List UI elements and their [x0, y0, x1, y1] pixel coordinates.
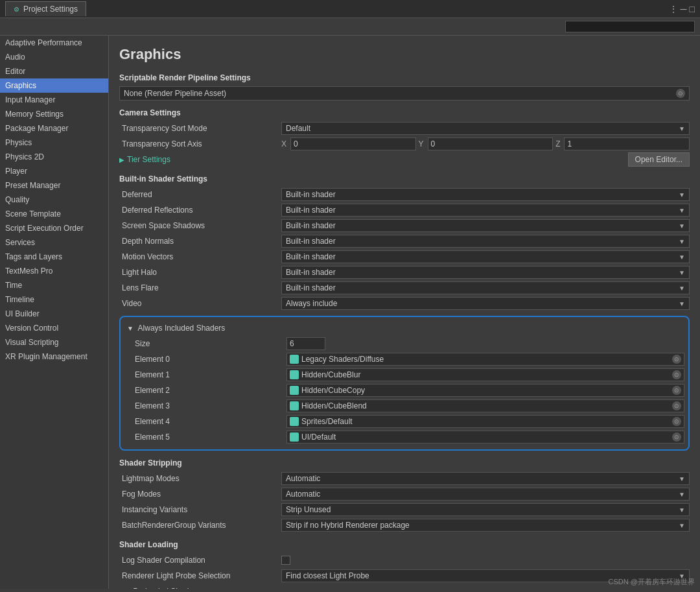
camera-settings-header: Camera Settings — [119, 108, 690, 117]
sidebar-item-visual-scripting[interactable]: Visual Scripting — [0, 335, 108, 349]
title-bar-tab[interactable]: ⚙ Project Settings — [5, 1, 86, 16]
builtin-shader-dropdown-0[interactable]: Built-in shader ▼ — [281, 188, 690, 201]
builtin-shader-dropdown-1[interactable]: Built-in shader ▼ — [281, 204, 690, 217]
shader-element-label-0: Element 0 — [124, 355, 286, 364]
shader-loading-section: Shader Loading Log Shader Compilation Re… — [119, 540, 690, 589]
builtin-shader-header: Built-in Shader Settings — [119, 174, 690, 184]
shader-select-btn-1[interactable]: ⊙ — [672, 370, 681, 379]
transparency-sort-mode-value: Default ▼ — [281, 122, 690, 135]
sidebar-item-input-manager[interactable]: Input Manager — [0, 93, 108, 107]
sidebar-item-editor[interactable]: Editor — [0, 64, 108, 78]
builtin-shader-label-2: Screen Space Shadows — [119, 221, 281, 230]
dropdown-arrow: ▼ — [679, 125, 685, 132]
x-label: X — [281, 139, 286, 148]
renderer-light-probe-label: Renderer Light Probe Selection — [119, 571, 281, 580]
shader-select-btn-0[interactable]: ⊙ — [672, 355, 681, 364]
render-pipeline-select-btn[interactable]: ⊙ — [676, 89, 685, 98]
sidebar-item-timeline[interactable]: Timeline — [0, 292, 108, 307]
more-options-icon[interactable]: ⋮ — [669, 4, 678, 14]
sidebar-item-textmesh-pro[interactable]: TextMesh Pro — [0, 264, 108, 278]
builtin-shader-label-7: Video — [119, 299, 281, 308]
instancing-variants-label: Instancing Variants — [119, 505, 281, 514]
dropdown-arrow-4: ▼ — [679, 254, 685, 261]
shader-element-row-4: Element 4 Sprites/Default ⊙ — [124, 414, 684, 429]
fog-modes-dropdown[interactable]: Automatic ▼ — [281, 488, 690, 501]
shader-element-label-5: Element 5 — [124, 432, 286, 442]
xyz-row: X Y Z — [281, 137, 690, 150]
sidebar-item-xr-plugin-management[interactable]: XR Plugin Management — [0, 349, 108, 364]
sidebar-item-time[interactable]: Time — [0, 278, 108, 292]
builtin-shader-dropdown-7[interactable]: Always include ▼ — [281, 297, 690, 310]
builtin-shader-dropdown-5[interactable]: Built-in shader ▼ — [281, 266, 690, 279]
collapse-triangle-icon: ▼ — [127, 325, 134, 332]
camera-settings-section: Camera Settings Transparency Sort Mode D… — [119, 108, 690, 167]
z-label: Z — [555, 139, 560, 148]
log-shader-compilation-checkbox[interactable] — [281, 556, 290, 565]
always-included-size-label: Size — [124, 339, 286, 348]
shader-element-value-0: Legacy Shaders/Diffuse ⊙ — [286, 353, 684, 366]
always-included-shaders-box: ▼ Always Included Shaders Size Element 0… — [119, 316, 690, 451]
sidebar-item-graphics[interactable]: Graphics — [0, 78, 108, 93]
builtin-shader-dropdown-3[interactable]: Built-in shader ▼ — [281, 235, 690, 248]
shader-select-btn-3[interactable]: ⊙ — [672, 401, 681, 410]
shader-select-btn-4[interactable]: ⊙ — [672, 417, 681, 426]
y-input[interactable] — [428, 137, 554, 150]
dropdown-arrow-6: ▼ — [679, 285, 685, 292]
dropdown-arrow-7: ▼ — [679, 300, 685, 307]
preloaded-shaders-triangle-icon: ▼ — [122, 588, 128, 589]
minimize-icon[interactable]: ─ — [681, 4, 687, 14]
sidebar-item-quality[interactable]: Quality — [0, 193, 108, 207]
sidebar-item-adaptive-performance[interactable]: Adaptive Performance — [0, 36, 108, 50]
dropdown-arrow-2: ▼ — [679, 222, 685, 230]
log-shader-compilation-row: Log Shader Compilation — [119, 553, 690, 567]
builtin-shader-dropdown-6[interactable]: Built-in shader ▼ — [281, 281, 690, 294]
tier-settings-link[interactable]: ▶ Tier Settings — [119, 155, 170, 164]
sidebar-item-memory-settings[interactable]: Memory Settings — [0, 107, 108, 121]
sidebar-item-ui-builder[interactable]: UI Builder — [0, 307, 108, 321]
transparency-sort-mode-label: Transparency Sort Mode — [119, 124, 281, 133]
shader-select-btn-5[interactable]: ⊙ — [672, 432, 681, 442]
batch-renderer-group-variants-dropdown[interactable]: Strip if no Hybrid Renderer package ▼ — [281, 519, 690, 532]
instancing-variants-row: Instancing Variants Strip Unused ▼ — [119, 503, 690, 517]
shader-icon-0 — [290, 355, 299, 364]
builtin-shader-row-6: Lens Flare Built-in shader ▼ — [119, 281, 690, 295]
builtin-shader-label-3: Depth Normals — [119, 237, 281, 246]
z-input[interactable] — [564, 137, 690, 150]
shader-select-btn-2[interactable]: ⊙ — [672, 386, 681, 395]
sidebar-item-script-execution-order[interactable]: Script Execution Order — [0, 221, 108, 235]
sidebar-item-scene-template[interactable]: Scene Template — [0, 207, 108, 221]
shader-element-row-2: Element 2 Hidden/CubeCopy ⊙ — [124, 383, 684, 397]
builtin-shader-label-1: Deferred Reflections — [119, 206, 281, 215]
renderer-light-probe-row: Renderer Light Probe Selection Find clos… — [119, 569, 690, 583]
transparency-sort-mode-dropdown[interactable]: Default ▼ — [281, 122, 690, 135]
builtin-shader-row-7: Video Always include ▼ — [119, 296, 690, 311]
shader-loading-header: Shader Loading — [119, 540, 690, 549]
fog-modes-row: Fog Modes Automatic ▼ — [119, 487, 690, 501]
shader-element-label-1: Element 1 — [124, 370, 286, 379]
always-included-size-input[interactable] — [286, 337, 325, 350]
maximize-icon[interactable]: □ — [690, 4, 695, 14]
sidebar-item-preset-manager[interactable]: Preset Manager — [0, 178, 108, 193]
lightmap-modes-dropdown[interactable]: Automatic ▼ — [281, 472, 690, 485]
shader-element-name-3: Hidden/CubeBlend — [301, 401, 670, 410]
always-included-header-row: ▼ Always Included Shaders — [124, 321, 684, 335]
sidebar-item-services[interactable]: Services — [0, 235, 108, 250]
sidebar-item-physics[interactable]: Physics — [0, 136, 108, 150]
sidebar-item-tags-and-layers[interactable]: Tags and Layers — [0, 250, 108, 264]
search-input[interactable] — [565, 21, 695, 32]
shader-element-row-1: Element 1 Hidden/CubeBlur ⊙ — [124, 368, 684, 382]
builtin-shader-row-5: Light Halo Built-in shader ▼ — [119, 265, 690, 279]
tier-settings-label: Tier Settings — [127, 155, 170, 164]
builtin-shader-dropdown-4[interactable]: Built-in shader ▼ — [281, 250, 690, 263]
shader-element-name-1: Hidden/CubeBlur — [301, 370, 670, 379]
instancing-variants-dropdown[interactable]: Strip Unused ▼ — [281, 503, 690, 516]
sidebar-item-player[interactable]: Player — [0, 164, 108, 178]
sidebar-item-package-manager[interactable]: Package Manager — [0, 121, 108, 136]
x-input[interactable] — [290, 137, 416, 150]
sidebar-item-version-control[interactable]: Version Control — [0, 321, 108, 335]
sidebar-item-physics-2d[interactable]: Physics 2D — [0, 150, 108, 164]
open-editor-button[interactable]: Open Editor... — [628, 152, 690, 167]
sidebar-item-audio[interactable]: Audio — [0, 50, 108, 64]
builtin-shader-dropdown-2[interactable]: Built-in shader ▼ — [281, 219, 690, 232]
builtin-shader-rows: Deferred Built-in shader ▼ Deferred Refl… — [119, 187, 690, 311]
